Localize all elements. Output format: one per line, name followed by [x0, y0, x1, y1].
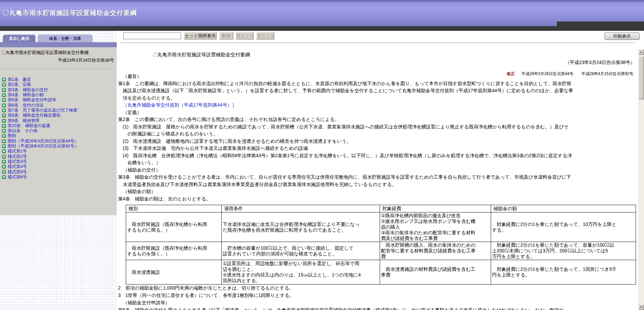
- page-title: 〇丸亀市雨水貯留施設等設置補助金交付要綱: [3, 9, 137, 17]
- sidebar-tree-item[interactable]: 第7条 完了届等の提出及び完了検査: [2, 108, 117, 113]
- header-banner: 〇丸亀市雨水貯留施設等設置補助金交付要綱: [0, 0, 644, 26]
- expand-plus-icon[interactable]: [2, 93, 6, 97]
- document-text-line: の附属設備により構成されるものをいう。: [127, 131, 218, 136]
- table-row: 雨水貯留施設（既存浄化槽から転用 するものを除く。） 貯水槽の容量が100㍑以上…: [126, 242, 636, 260]
- sidebar-tree-item[interactable]: 第3条 補助金の交付: [2, 87, 117, 92]
- sidebar: 見出し表示 体系・分野・沿革 〇丸亀市雨水貯留施設等設置補助金交付要綱 平成23…: [0, 31, 117, 310]
- table-cell: 下水道排水設備に改造又は合併処理浄化槽設置により不要になっ た既存浄化槽を雨水貯…: [222, 212, 380, 242]
- expand-plus-icon[interactable]: [2, 83, 6, 86]
- expand-plus-icon[interactable]: [2, 170, 6, 174]
- sidebar-tree-item[interactable]: 第6条 交付の決定: [2, 103, 117, 108]
- tab-system-field-history[interactable]: 体系・分野・沿革: [38, 35, 93, 42]
- subsidy-amount-table: 種別適用条件対象経費補助金の額 雨水貯留施設（既存浄化槽から転用 するものに限る…: [126, 205, 636, 285]
- sidebar-tree-item[interactable]: 様式第5号: [2, 169, 117, 174]
- sidebar-doc-date: 平成23年3月24日告示第38号: [0, 57, 114, 63]
- prev-hit-button[interactable]: 前ヒット: [235, 32, 254, 40]
- document-text-line: （定義）: [123, 110, 142, 115]
- document-text-line: 第3条 補助金の交付を受けることができる者は、市内において、自らが居住する専用住…: [118, 175, 571, 180]
- reiki-viewer-page: { "colors": { "banner_purple": "#8c8cd6"…: [0, 0, 644, 310]
- tree-item-label[interactable]: 様式第6号: [8, 174, 27, 180]
- table-cell: 対象経費に2分の1を乗じた額であって、1箇所につき5千 円を上限とする。: [491, 260, 636, 285]
- expand-plus-icon[interactable]: [2, 149, 6, 153]
- expand-plus-icon[interactable]: [2, 104, 6, 107]
- document-frame: ヒット箇所表示 解除 前ヒット 次ヒット 印刷表示 〇丸亀市雨水貯留施設等設置補…: [117, 31, 644, 310]
- sidebar-tree-item[interactable]: 附則（平成28年4月15日告示第92号）: [2, 144, 117, 149]
- expand-plus-icon[interactable]: [2, 155, 6, 159]
- expand-plus-icon[interactable]: [2, 119, 6, 123]
- document-text-line: 施設及び雨水浸透施設（以下「雨水貯留施設等」という。）を設置する者に対して、予算…: [123, 88, 573, 93]
- sidebar-tree-item[interactable]: 様式第2号: [2, 154, 117, 159]
- sidebar-tree-item[interactable]: 第4条 補助金の額: [2, 92, 117, 98]
- table-header-row: 種別適用条件対象経費補助金の額: [126, 205, 636, 212]
- document-text-line: 第1条 この要綱は、降雨時における雨水流出抑制により河川の負担の軽減を図るととも…: [118, 81, 572, 86]
- document-text-line: 第2条 この要綱において、次の各号に掲げる用語の意義は、それぞれ当該各号に定める…: [118, 117, 339, 122]
- document-text-line: 2 前項の補助金額に1,000円未満の端数が生じたときは、切り捨てるものとする。: [118, 286, 294, 291]
- table-cell: 雨水貯留施設（既存浄化槽から転用 するものを除く。）: [126, 242, 222, 260]
- expand-plus-icon[interactable]: [2, 165, 6, 169]
- expand-plus-icon[interactable]: [2, 88, 6, 92]
- clear-hit-button[interactable]: 解除: [219, 32, 233, 40]
- document-text-line: 項を定めるものとする。: [123, 96, 175, 101]
- sidebar-tree-item[interactable]: 附則（平成26年3月28日告示第44号）: [2, 139, 117, 144]
- table-row: 雨水浸透施設①設置箇所は、周辺地盤に影響がない箇所を選定し、砕石等で周 辺を囲む…: [126, 260, 636, 285]
- enactment-note: （平成23年3月24日告示第38号）: [117, 60, 635, 66]
- document-text-line: (4) 既存浄化槽 合併処理浄化槽（浄化槽法（昭和58年法律第43号）第2条第1…: [123, 153, 572, 158]
- expand-plus-icon[interactable]: [2, 124, 6, 128]
- table-cell: 対象経費に2分の1を乗じた額であって、10万円を上限と する。: [491, 212, 636, 242]
- scroll-up-arrow[interactable]: ▲: [638, 49, 644, 55]
- sidebar-tree-item[interactable]: 第5条 補助金交付申請等: [2, 98, 117, 103]
- table-header-cell: 補助金の額: [491, 205, 636, 212]
- sidebar-tree-item[interactable]: 附則: [2, 133, 117, 138]
- sidebar-tree-item[interactable]: 様式第4号: [2, 164, 117, 169]
- table-cell: 雨水浸透施設: [126, 260, 222, 285]
- scroll-down-arrow[interactable]: ▼: [638, 304, 644, 310]
- expand-plus-icon[interactable]: [2, 139, 6, 143]
- expand-plus-icon[interactable]: [2, 129, 6, 133]
- tab-headings-view[interactable]: 見出し表示: [3, 35, 36, 42]
- table-cell: 対象経費に2分の1を乗じた額であって、容量が100㍑以 上200㍑未満については…: [491, 242, 636, 260]
- table-header-cell: 適用条件: [222, 205, 380, 212]
- document-text-line: (2) 雨水浸透施設 建物敷地内に設置する地下に雨水を浸透させるための構造を持つ…: [123, 139, 351, 144]
- document-text-line: 化槽をいう。）: [127, 160, 161, 165]
- amendment-line: 改正平成26年3月28日告示第44号平成28年4月15日告示第92号: [117, 66, 633, 81]
- document-text-line: 3 1世帯（同一の住宅に居住する者）について、各年度1種別毎に1回限りとする。: [118, 293, 294, 298]
- sidebar-tree-item[interactable]: 第10条 補助金の返還: [2, 123, 117, 128]
- expand-plus-icon[interactable]: [2, 160, 6, 164]
- search-input[interactable]: [123, 33, 181, 39]
- header-divider-bar-right: [557, 21, 644, 31]
- table-row: 雨水貯留施設（既存浄化槽から転用 するものに限る。）下水道排水設備に改造又は合併…: [126, 212, 636, 242]
- document-text-line: （補助金の交付）: [123, 168, 160, 173]
- hit-highlight-button[interactable]: ヒット箇所表示: [184, 32, 217, 40]
- scroll-thumb[interactable]: [638, 56, 644, 100]
- document-text-line: 第4条 補助金の額は、次のとおりとする。: [118, 196, 211, 201]
- expand-plus-icon[interactable]: [2, 114, 6, 117]
- sidebar-tree-item[interactable]: 第11条 その他: [2, 128, 117, 133]
- table-header-cell: 対象経費: [380, 205, 491, 212]
- toolbar-separator: [121, 43, 635, 43]
- sidebar-tree-item[interactable]: 第2条 定義: [2, 82, 117, 87]
- sidebar-tree-item[interactable]: 様式第3号: [2, 159, 117, 164]
- document-text-line: (1) 雨水貯留施設 屋根からの雨水を貯留するための施設であって、雨水貯留槽（公…: [123, 124, 569, 129]
- amendment-date: 平成28年4月15日告示第92号: [581, 71, 633, 76]
- tab-underline-band: [0, 42, 117, 47]
- expand-plus-icon[interactable]: [2, 134, 6, 138]
- expand-plus-icon[interactable]: [2, 109, 6, 112]
- document-text-line: 第5条 補助金の交付を受けようとする者（以下「申請者」という。）は、丸亀市雨水貯…: [118, 308, 564, 310]
- sidebar-tree-item[interactable]: 第1条 趣旨: [2, 77, 117, 82]
- print-view-button[interactable]: 印刷表示: [604, 33, 640, 40]
- inline-regulation-link[interactable]: ［丸亀市補助金等交付規則（平成17年規則第44号）］: [123, 103, 236, 108]
- sidebar-tree-item[interactable]: 第8条 補助金交付確定通知: [2, 113, 117, 118]
- header-divider-bar: [0, 26, 644, 31]
- document-title: 〇丸亀市雨水貯留施設等設置補助金交付要綱: [153, 52, 250, 58]
- expand-plus-icon[interactable]: [2, 98, 6, 102]
- expand-plus-icon[interactable]: [2, 175, 6, 179]
- document-text-line: 水道受益者負担金及び下水道使用料又は農業集落排水事業受益者分担金及び農業集落排水…: [123, 182, 396, 187]
- sidebar-tree-item[interactable]: 様式第6号: [2, 175, 117, 180]
- sidebar-tree-item[interactable]: 第9条 維持管理: [2, 118, 117, 123]
- expand-plus-icon[interactable]: [2, 144, 6, 148]
- amend-label: 改正: [507, 71, 515, 76]
- sidebar-tree-item[interactable]: 様式第1号: [2, 149, 117, 154]
- vertical-scrollbar[interactable]: ▲ ▼: [638, 49, 644, 310]
- next-hit-button[interactable]: 次ヒット: [256, 32, 274, 40]
- expand-plus-icon[interactable]: [2, 78, 6, 81]
